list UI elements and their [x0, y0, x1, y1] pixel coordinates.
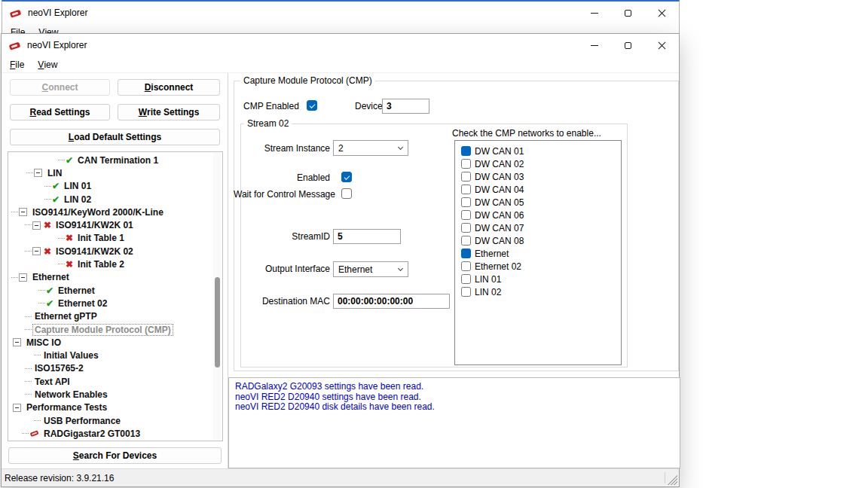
network-item[interactable]: DW CAN 03 [461, 170, 621, 183]
tree-item-label[interactable]: LIN 02 [62, 194, 93, 206]
tree-item-label[interactable]: ISO9141/KW2K 01 [53, 219, 136, 231]
tree-item[interactable]: ✖Init Table 1 [8, 232, 222, 245]
load-default-settings-button[interactable]: Load Default Settings [10, 129, 220, 145]
tree-item-label[interactable]: MISC IO [24, 337, 63, 349]
write-settings-button[interactable]: Write Settings [118, 104, 220, 120]
tree-item-label[interactable]: Ethernet [30, 271, 72, 283]
tree-item[interactable]: ✖ISO9141/KW2K 01 [8, 218, 222, 231]
tree-item-label[interactable]: ISO15765-2 [32, 362, 86, 374]
tree-item-label[interactable]: ISO9141/KW2K 02 [53, 246, 136, 258]
tree-item-label[interactable]: Performance Tests [24, 401, 109, 413]
network-checkbox[interactable] [461, 249, 471, 258]
network-item[interactable]: DW CAN 01 [461, 145, 621, 157]
tree-item[interactable]: Capture Module Protocol (CMP) [8, 323, 222, 336]
wait-for-control-message-checkbox[interactable] [341, 188, 352, 199]
network-item[interactable]: LIN 02 [461, 285, 621, 298]
tree-item[interactable]: ✖ISO9141/KW2K 02 [8, 245, 222, 258]
tree-item-label[interactable]: Init Table 2 [75, 258, 127, 270]
collapse-expander-icon[interactable] [32, 247, 41, 255]
network-checkbox[interactable] [461, 146, 471, 156]
stream-id-input[interactable]: 5 [333, 229, 401, 244]
tree-item-label[interactable]: ISO9141/KeyWord 2000/K-Line [30, 206, 166, 218]
tree-item[interactable]: MISC IO [8, 336, 222, 349]
network-checkbox[interactable] [461, 172, 471, 181]
read-settings-button[interactable]: Read Settings [10, 104, 110, 120]
collapse-expander-icon[interactable] [13, 338, 21, 346]
network-checkbox[interactable] [461, 159, 471, 169]
enabled-checkbox[interactable] [341, 172, 352, 182]
scrollbar-thumb[interactable] [215, 277, 220, 368]
network-checkbox[interactable] [461, 274, 471, 284]
title-bar[interactable]: neoVI Explorer [2, 34, 679, 56]
tree-item-label[interactable]: RADGigastar2 GT0013 [41, 428, 142, 440]
collapse-expander-icon[interactable] [32, 221, 41, 230]
collapse-expander-icon[interactable] [19, 208, 27, 216]
collapse-expander-icon[interactable] [19, 273, 27, 282]
collapse-expander-icon[interactable] [13, 404, 21, 412]
tree-item-label[interactable]: Text API [32, 376, 72, 388]
menu-view[interactable]: View [31, 56, 64, 72]
tree-item-label[interactable]: Ethernet 02 [56, 297, 109, 310]
cmp-enabled-checkbox[interactable] [307, 100, 317, 111]
tree-item-label[interactable]: Ethernet [56, 285, 97, 297]
tree-item-label[interactable]: Network Enables [32, 389, 110, 401]
tree-item[interactable]: RADGigastar2 GT0013 [8, 427, 222, 440]
tree-item[interactable]: ✔LIN 01 [8, 180, 222, 193]
network-item[interactable]: LIN 01 [461, 273, 621, 285]
stream-instance-select[interactable]: 2 [333, 140, 408, 156]
close-button[interactable] [645, 34, 679, 56]
maximize-button[interactable] [611, 2, 645, 24]
network-checkbox[interactable] [461, 197, 471, 207]
minimize-button[interactable] [577, 2, 611, 24]
tree-item-label[interactable]: Initial Values [41, 349, 101, 361]
maximize-button[interactable] [611, 34, 645, 56]
network-checkbox[interactable] [461, 261, 471, 271]
tree-item-label[interactable]: Capture Module Protocol (CMP) [32, 324, 173, 336]
tree-scrollbar[interactable] [213, 153, 222, 440]
network-checkbox[interactable] [461, 223, 471, 233]
collapse-expander-icon[interactable] [34, 169, 42, 177]
destination-mac-input[interactable]: 00:00:00:00:00:00 [333, 294, 450, 309]
tree-item[interactable]: Performance Tests [8, 401, 222, 414]
close-button[interactable] [645, 2, 679, 24]
network-item[interactable]: DW CAN 06 [461, 209, 621, 221]
network-checkbox[interactable] [461, 287, 471, 297]
tree-item[interactable]: Ethernet [8, 271, 222, 284]
tree-item[interactable]: Network Enables [8, 388, 222, 401]
tree-item[interactable]: ISO9141/KeyWord 2000/K-Line [8, 206, 222, 218]
tree-item-label[interactable]: Ethernet gPTP [32, 310, 99, 322]
tree-item[interactable]: Ethernet gPTP [8, 310, 222, 323]
network-item[interactable]: DW CAN 04 [461, 183, 621, 196]
network-checkbox[interactable] [461, 236, 471, 246]
resize-grip[interactable] [667, 474, 677, 485]
network-checkbox[interactable] [461, 185, 471, 194]
tree-item[interactable]: ✔Ethernet 02 [8, 297, 222, 310]
tree-item[interactable]: ✔LIN 02 [8, 193, 222, 206]
network-item[interactable]: Ethernet 02 [461, 260, 621, 273]
network-item[interactable]: DW CAN 05 [461, 196, 621, 209]
minimize-button[interactable] [577, 34, 611, 56]
tree-item[interactable]: Text API [8, 375, 222, 388]
connect-button[interactable]: Connect [10, 79, 110, 96]
tree-item-label[interactable]: CAN Termination 1 [75, 154, 160, 166]
network-item[interactable]: DW CAN 07 [461, 221, 621, 234]
search-for-devices-button[interactable]: Search For Devices [8, 447, 222, 464]
network-checkbox[interactable] [461, 210, 471, 220]
network-item[interactable]: DW CAN 02 [461, 157, 621, 170]
tree-item-label[interactable]: LIN [45, 167, 64, 179]
tree-item-label[interactable]: LIN 01 [62, 180, 93, 192]
tree-item-label[interactable]: Init Table 1 [75, 232, 127, 244]
tree-item[interactable]: ISO15765-2 [8, 362, 222, 375]
tree-item-label[interactable]: USB Performance [41, 415, 123, 427]
tree-item[interactable]: ✔CAN Termination 1 [8, 154, 222, 166]
tree-item[interactable]: LIN [8, 166, 222, 179]
title-bar[interactable]: neoVI Explorer [2, 2, 679, 24]
menu-file[interactable]: File [3, 56, 31, 72]
tree-item[interactable]: USB Performance [8, 414, 222, 427]
tree-item[interactable]: ✔Ethernet [8, 284, 222, 297]
network-item[interactable]: Ethernet [461, 247, 621, 260]
output-interface-select[interactable]: Ethernet [333, 261, 408, 277]
tree-item[interactable]: Initial Values [8, 349, 222, 361]
disconnect-button[interactable]: Disconnect [118, 79, 220, 96]
device-id-input[interactable]: 3 [382, 99, 429, 114]
